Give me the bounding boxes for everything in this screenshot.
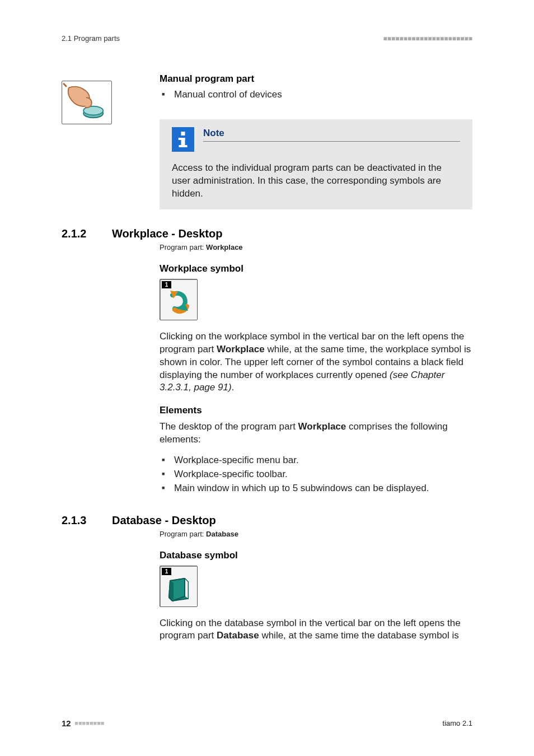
- sec213-sub-prefix: Program part:: [160, 530, 206, 538]
- manual-bullet-1: Manual control of devices: [174, 88, 472, 102]
- sec213-p1-c: while, at the same time the database sym…: [259, 630, 459, 641]
- section-2.1.3-number: 2.1.3: [62, 513, 95, 528]
- section-2.1.3-title: Database - Desktop: [112, 513, 216, 528]
- sec213-program-part-line: Program part: Database: [160, 529, 472, 539]
- sec213-p1-b: Database: [217, 630, 259, 641]
- page-footer: 12 ■■■■■■■■ tiamo 2.1: [62, 718, 472, 729]
- note-label: Note: [203, 127, 460, 142]
- header-decor-squares: ■■■■■■■■■■■■■■■■■■■■■■: [383, 34, 472, 44]
- sec213-paragraph-1: Clicking on the database symbol in the v…: [160, 617, 472, 643]
- section-2.1.2-title: Workplace - Desktop: [112, 226, 222, 241]
- footer-page-number: 12: [62, 718, 71, 728]
- sec212-program-part-line: Program part: Workplace: [160, 242, 472, 253]
- sec212-elements-intro: The desktop of the program part Workplac…: [160, 421, 472, 446]
- manual-program-part-block: Manual program part Manual control of de…: [62, 73, 472, 210]
- sec212-ei-a: The desktop of the program part: [160, 421, 298, 432]
- section-2.1.2-number: 2.1.2: [62, 226, 95, 241]
- sec212-symbol-heading: Workplace symbol: [160, 263, 472, 276]
- sec212-p1-end: .: [232, 382, 235, 393]
- section-2.1.2-heading: 2.1.2 Workplace - Desktop: [62, 226, 472, 241]
- sec213-sub-bold: Database: [206, 530, 238, 538]
- sec212-sub-bold: Workplace: [206, 243, 243, 251]
- sec212-elements-list: Workplace-specific menu bar. Workplace-s…: [160, 454, 472, 496]
- sec212-elements-heading: Elements: [160, 404, 472, 417]
- sec212-li2: Workplace-specific toolbar.: [174, 468, 472, 482]
- sec212-paragraph-1: Clicking on the workplace symbol in the …: [160, 330, 472, 395]
- page: 2.1 Program parts ■■■■■■■■■■■■■■■■■■■■■■…: [0, 0, 534, 756]
- workplace-symbol-icon: 1: [160, 279, 198, 320]
- sec212-sub-prefix: Program part:: [160, 243, 206, 251]
- page-header: 2.1 Program parts ■■■■■■■■■■■■■■■■■■■■■■: [62, 34, 472, 44]
- note-box: Note Access to the individual program pa…: [160, 119, 472, 209]
- manual-bullet-list: Manual control of devices: [160, 88, 472, 102]
- sec213-symbol-heading: Database symbol: [160, 549, 472, 562]
- header-section-label: 2.1 Program parts: [62, 34, 120, 44]
- footer-decor-squares: ■■■■■■■■: [74, 720, 104, 726]
- section-2.1.3-heading: 2.1.3 Database - Desktop: [62, 513, 472, 528]
- info-icon: [172, 127, 194, 152]
- sec212-p1-b: Workplace: [217, 344, 265, 354]
- footer-left: 12 ■■■■■■■■: [62, 718, 104, 729]
- sec212-li3: Main window in which up to 5 subwindows …: [174, 482, 472, 496]
- manual-icon-column: [62, 73, 160, 124]
- manual-text-column: Manual program part Manual control of de…: [160, 73, 472, 210]
- note-body: Access to the individual program parts c…: [172, 162, 460, 200]
- sec212-ei-b: Workplace: [298, 421, 346, 432]
- database-symbol-icon: 1: [160, 566, 198, 607]
- sec212-li1: Workplace-specific menu bar.: [174, 454, 472, 468]
- footer-product: tiamo 2.1: [443, 718, 472, 729]
- manual-heading: Manual program part: [160, 73, 472, 86]
- manual-hand-button-icon: [62, 81, 112, 124]
